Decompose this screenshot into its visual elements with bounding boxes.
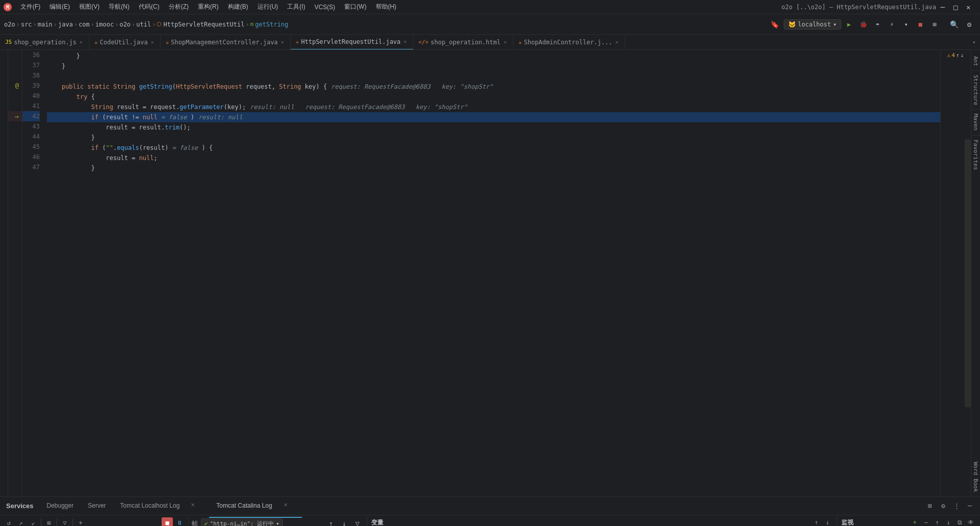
menu-window[interactable]: 窗口(W) [340, 2, 370, 12]
tab-overflow-button[interactable]: ▾ [968, 39, 980, 46]
tab-close-icon[interactable]: ✕ [503, 39, 508, 45]
bottom-panel-controls: ⊞ ⚙ ⋮ ─ [924, 500, 980, 512]
run-config-selector[interactable]: 🐱 localhost ▾ [784, 19, 841, 30]
filter-icon[interactable]: ⊞ [43, 517, 55, 526]
tab-close-icon[interactable]: ✕ [614, 39, 620, 45]
settings-button[interactable]: ⚙ [963, 18, 976, 31]
close-button[interactable]: ✕ [963, 1, 974, 14]
breadcrumb-src[interactable]: src [21, 21, 32, 28]
ellipsis-icon[interactable]: ⋮ [950, 500, 963, 512]
tomcat-localhost-log-tab[interactable]: Tomcat Localhost Log ✕ [113, 494, 210, 518]
ant-sidebar-tab[interactable]: Ant [971, 52, 980, 71]
tab-shop-admin-controller[interactable]: ☕ ShopAdminController.j... ✕ [513, 35, 625, 50]
code-editor[interactable]: @ → 36 37 38 39 40 41 4 [8, 50, 940, 496]
gear-settings-icon[interactable]: ⚙ [937, 500, 949, 512]
code-line-39: public static String getString ( HttpSer… [47, 82, 940, 92]
word-book-sidebar-tab[interactable]: Word Book [971, 458, 980, 496]
debugger-tab[interactable]: Debugger [40, 498, 81, 514]
menu-run[interactable]: 运行(U) [253, 2, 282, 12]
expand-all-icon[interactable]: ↗ [15, 517, 27, 526]
add-watch-button[interactable]: + [910, 517, 920, 526]
more-run-button[interactable]: ▾ [899, 18, 913, 31]
menu-edit[interactable]: 编辑(E) [45, 2, 74, 12]
breadcrumb-com[interactable]: com [79, 21, 90, 28]
breadcrumb-o2o2[interactable]: o2o [119, 21, 131, 28]
add-service-icon[interactable]: + [75, 517, 86, 526]
breadcrumb-main[interactable]: main [38, 21, 53, 28]
line-numbers: 36 37 38 39 40 41 42 43 44 45 46 47 [22, 50, 43, 496]
tab-close-icon[interactable]: ✕ [150, 39, 155, 45]
breadcrumb-java[interactable]: java [58, 21, 73, 28]
ln-38: 38 [22, 70, 40, 81]
stop-service-button[interactable]: ■ [162, 517, 173, 526]
search-everywhere-button[interactable]: 🔍 [947, 18, 961, 31]
minimap[interactable]: ⚠ 4 ↑ ↓ [940, 50, 971, 496]
breadcrumb-class[interactable]: HttpServletRequestUtil [163, 21, 244, 28]
minimize-panel-icon[interactable]: ─ [964, 500, 976, 512]
menu-view[interactable]: 视图(V) [75, 2, 104, 12]
menu-file[interactable]: 文件(F) [16, 2, 44, 12]
java-file-icon: ☕ [94, 39, 98, 45]
coverage-button[interactable]: ☂ [871, 18, 884, 31]
menu-code[interactable]: 代码(C) [135, 2, 164, 12]
eye-watch-button[interactable]: 👁 [966, 517, 976, 526]
editor-tabs: JS shop_operation.js ✕ ☕ CodeUtil.java ✕… [0, 35, 980, 50]
tab-shop-operation-js[interactable]: JS shop_operation.js ✕ [0, 35, 89, 50]
copy-watch-button[interactable]: ⧉ [955, 517, 965, 526]
up-arrow-icon[interactable]: ↑ [956, 52, 960, 59]
tab-shop-operation-html[interactable]: </> shop_operation.html ✕ [414, 35, 513, 50]
maven-sidebar-tab[interactable]: Maven [971, 110, 980, 135]
split-editor-icon[interactable]: ⊞ [924, 500, 936, 512]
collapse-all-icon[interactable]: ↙ [28, 517, 39, 526]
maximize-button[interactable]: □ [950, 1, 961, 14]
watch-down-button[interactable]: ↓ [943, 517, 953, 526]
menu-tools[interactable]: 工具(I) [283, 2, 309, 12]
build-menu-button[interactable]: ⊞ [928, 18, 941, 31]
favorites-sidebar-tab[interactable]: Favorites [971, 136, 980, 174]
thread-selector[interactable]: ✔ "http-ni…in": 运行中 ▾ [201, 518, 283, 527]
tab-close-active-icon[interactable]: ✕ [403, 38, 408, 45]
debug-button[interactable]: 🐞 [857, 18, 870, 31]
debug-service-button[interactable]: ⏸ [174, 517, 185, 526]
restart-service-icon[interactable]: ↺ [3, 517, 14, 526]
menu-help[interactable]: 帮助(H) [372, 2, 401, 12]
breadcrumb-method[interactable]: getString [255, 21, 288, 28]
menu-refactor[interactable]: 重构(R) [194, 2, 223, 12]
step-up-icon[interactable]: ↑ [325, 517, 337, 526]
tab-close-icon[interactable]: ✕ [280, 39, 285, 45]
watch-up-button[interactable]: ↑ [932, 517, 942, 526]
minimize-button[interactable]: ─ [937, 1, 948, 14]
breadcrumb-o2o[interactable]: o2o [4, 21, 15, 28]
down-arrow-icon[interactable]: ↓ [960, 52, 964, 59]
stop-button[interactable]: ■ [914, 18, 927, 31]
menu-navigate[interactable]: 导航(N) [105, 2, 134, 12]
bookmark-icon[interactable]: 🔖 [768, 18, 782, 31]
breadcrumb-imooc[interactable]: imooc [95, 21, 114, 28]
var-up-icon[interactable]: ↑ [811, 517, 821, 526]
filter-services-icon[interactable]: ▽ [59, 517, 70, 526]
tab-shop-management-controller[interactable]: ☕ ShopManagementController.java ✕ [161, 35, 291, 50]
remove-watch-button[interactable]: − [921, 517, 931, 526]
tomcat-catalina-log-tab[interactable]: Tomcat Catalina Log ✕ [209, 494, 301, 518]
menu-vcs[interactable]: VCS(S) [311, 3, 340, 12]
menu-build[interactable]: 构建(B) [224, 2, 252, 12]
run-button[interactable]: ▶ [842, 18, 856, 31]
ln-39: 39 [22, 81, 40, 91]
profile-button[interactable]: ⚡ [885, 18, 898, 31]
tab-code-util[interactable]: ☕ CodeUtil.java ✕ [89, 35, 161, 50]
var-down-icon[interactable]: ↓ [822, 517, 833, 526]
tomcat-catalina-log-close[interactable]: ✕ [276, 498, 295, 513]
step-down-icon[interactable]: ↓ [338, 517, 350, 526]
server-tab[interactable]: Server [81, 498, 113, 514]
structure-sidebar-tab[interactable]: Structure [971, 71, 980, 110]
filter-frames-icon[interactable]: ▽ [351, 517, 364, 526]
code-lines[interactable]: } } public static String getString ( [43, 50, 940, 496]
debugger-frames-panel: 帧 ✔ "http-ni…in": 运行中 ▾ ↑ ↓ ▽ getString:… [189, 515, 367, 526]
tab-close-icon[interactable]: ✕ [79, 39, 84, 45]
tab-http-servlet-request-util[interactable]: ☕ HttpServletRequestUtil.java ✕ [291, 35, 414, 50]
tomcat-localhost-log-close[interactable]: ✕ [184, 498, 202, 513]
tab-label: Tomcat Catalina Log [216, 502, 272, 509]
breadcrumb-util[interactable]: util [136, 21, 151, 28]
frames-label: 帧 [192, 519, 198, 527]
menu-analyze[interactable]: 分析(Z) [165, 2, 193, 12]
